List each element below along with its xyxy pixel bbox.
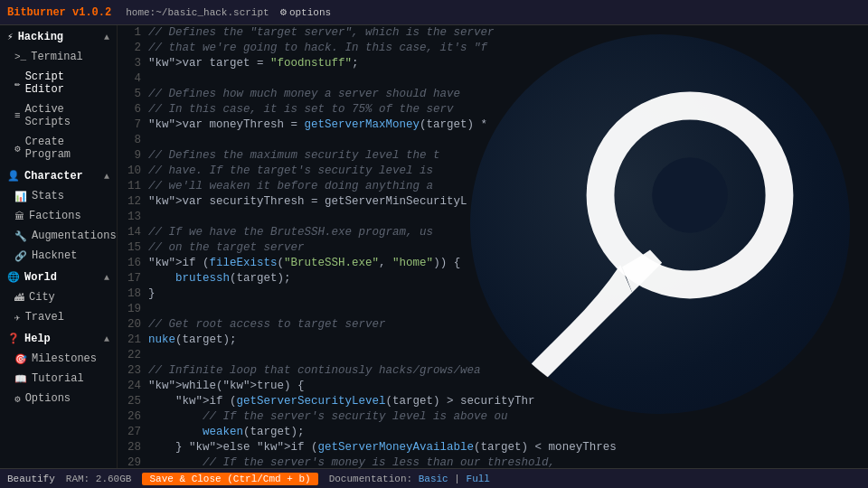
line-code: weaken(target); (148, 425, 305, 440)
hacking-icon: ⚡ (7, 32, 14, 42)
line-code: brutessh(target); (148, 271, 291, 286)
line-number: 2 (118, 41, 148, 56)
line-code: "kw">while("kw">true) { (148, 379, 305, 394)
status-bar: Beautify RAM: 2.60GB Save & Close (Ctrl/… (0, 468, 868, 488)
sidebar-item-hacknet[interactable]: 🔗Hacknet (0, 246, 117, 266)
steam-overlay-bg (470, 34, 850, 414)
line-code: // on the target server (148, 240, 305, 256)
line-number: 19 (118, 302, 148, 317)
world-chevron: ▲ (104, 273, 109, 283)
line-number: 12 (118, 194, 148, 210)
sidebar-item-terminal[interactable]: >_Terminal (0, 47, 117, 67)
hacking-label: ⚡Hacking (7, 31, 63, 43)
tutorial-icon: 📖 (14, 373, 27, 385)
line-code: // Defines the maximum security level th… (148, 148, 440, 164)
line-number: 11 (118, 179, 148, 194)
save-button[interactable]: Save & Close (Ctrl/Cmd + b) (142, 473, 317, 485)
line-code (148, 71, 156, 87)
code-line-1: 1// Defines the "target server", which i… (118, 25, 868, 41)
sidebar-item-augmentations[interactable]: 🔧Augmentations (0, 226, 117, 246)
code-line-2: 2// that we're going to hack. In this ca… (118, 41, 868, 56)
line-number: 14 (118, 225, 148, 240)
line-number: 8 (118, 133, 148, 148)
sidebar-item-milestones[interactable]: 🎯Milestones (0, 349, 117, 369)
code-line-26: 26 // If the server's security level is … (118, 409, 868, 425)
line-number: 6 (118, 102, 148, 117)
character-icon: 👤 (7, 171, 20, 182)
create-program-icon: ⚙ (14, 143, 21, 155)
options-button[interactable]: options (280, 5, 331, 19)
active-scripts-icon: ≡ (14, 110, 21, 121)
options-sidebar-icon: ⚙ (14, 393, 21, 405)
line-number: 13 (118, 210, 148, 225)
sidebar-item-travel[interactable]: ✈Travel (0, 307, 117, 327)
line-number: 16 (118, 256, 148, 271)
sidebar: ⚡Hacking ▲ >_Terminal ✏Script Editor ≡Ac… (0, 25, 118, 468)
sidebar-item-tutorial[interactable]: 📖Tutorial (0, 369, 117, 389)
sidebar-item-stats[interactable]: 📊Stats (0, 186, 117, 206)
terminal-icon: >_ (14, 52, 26, 62)
line-number: 29 (118, 455, 148, 468)
line-number: 21 (118, 333, 148, 348)
code-line-27: 27 weaken(target); (118, 425, 868, 440)
line-number: 17 (118, 271, 148, 286)
line-code (148, 302, 156, 317)
beautify-button[interactable]: Beautify (7, 474, 55, 484)
world-label: 🌐World (7, 271, 57, 284)
line-number: 5 (118, 87, 148, 102)
sidebar-item-create-program[interactable]: ⚙Create Program (0, 132, 117, 164)
line-number: 7 (118, 117, 148, 133)
line-code: // Infinite loop that continously hacks/… (148, 363, 481, 379)
line-number: 28 (118, 440, 148, 455)
line-code: nuke(target); (148, 333, 237, 348)
sidebar-section-character[interactable]: 👤Character ▲ (0, 164, 117, 186)
sidebar-section-help[interactable]: ❓Help ▲ (0, 327, 117, 349)
line-code: // If the server's money is less than ou… (148, 455, 555, 468)
code-line-29: 29 // If the server's money is less than… (118, 455, 868, 468)
factions-icon: 🏛 (14, 211, 24, 222)
help-icon: ❓ (7, 333, 20, 344)
world-icon: 🌐 (7, 272, 20, 283)
line-number: 15 (118, 240, 148, 256)
sidebar-item-script-editor[interactable]: ✏Script Editor (0, 67, 117, 99)
line-code: // If we have the BruteSSH.exe program, … (148, 225, 433, 240)
line-code (148, 133, 156, 148)
line-code: // Defines how much money a server shoul… (148, 87, 460, 102)
line-code: } (148, 286, 156, 302)
hacking-chevron: ▲ (104, 33, 109, 42)
doc-basic-link[interactable]: Basic (419, 474, 448, 484)
city-icon: 🏙 (14, 292, 24, 304)
sidebar-section-hacking[interactable]: ⚡Hacking ▲ (0, 25, 117, 47)
line-code: "kw">var securityThresh = getServerMinSe… (148, 194, 467, 210)
editor-area[interactable]: 1// Defines the "target server", which i… (118, 25, 868, 468)
top-bar: Bitburner v1.0.2 home:~/basic_hack.scrip… (0, 0, 868, 25)
line-number: 27 (118, 425, 148, 440)
line-code: "kw">var moneyThresh = getServerMaxMoney… (148, 117, 487, 133)
script-editor-icon: ✏ (14, 78, 21, 89)
doc-full-link[interactable]: Full (467, 474, 490, 484)
line-code: "kw">if (fileExists("BruteSSH.exe", "hom… (148, 256, 460, 271)
hacknet-icon: 🔗 (14, 250, 27, 262)
line-code: "kw">var target = "foodnstuff"; (148, 56, 359, 71)
line-number: 3 (118, 56, 148, 71)
line-number: 10 (118, 164, 148, 179)
line-code: } "kw">else "kw">if (getServerMoneyAvail… (148, 440, 617, 455)
travel-icon: ✈ (14, 312, 21, 324)
documentation-links: Documentation: Basic | Full (329, 474, 490, 484)
sidebar-item-options[interactable]: ⚙Options (0, 389, 117, 408)
line-number: 1 (118, 25, 148, 41)
line-number: 18 (118, 286, 148, 302)
sidebar-section-world[interactable]: 🌐World ▲ (0, 266, 117, 287)
line-code: // we'll weaken it before doing anything… (148, 179, 433, 194)
sidebar-item-active-scripts[interactable]: ≡Active Scripts (0, 99, 117, 132)
line-number: 26 (118, 409, 148, 425)
sidebar-item-city[interactable]: 🏙City (0, 287, 117, 307)
line-number: 4 (118, 71, 148, 87)
line-code: "kw">if (getServerSecurityLevel(target) … (148, 394, 535, 409)
line-code: // Defines the "target server", which is… (148, 25, 495, 41)
code-line-25: 25 "kw">if (getServerSecurityLevel(targe… (118, 394, 868, 409)
svg-point-1 (652, 157, 728, 233)
app-title: Bitburner v1.0.2 (7, 6, 111, 19)
sidebar-item-factions[interactable]: 🏛Factions (0, 206, 117, 226)
line-code (148, 348, 156, 363)
